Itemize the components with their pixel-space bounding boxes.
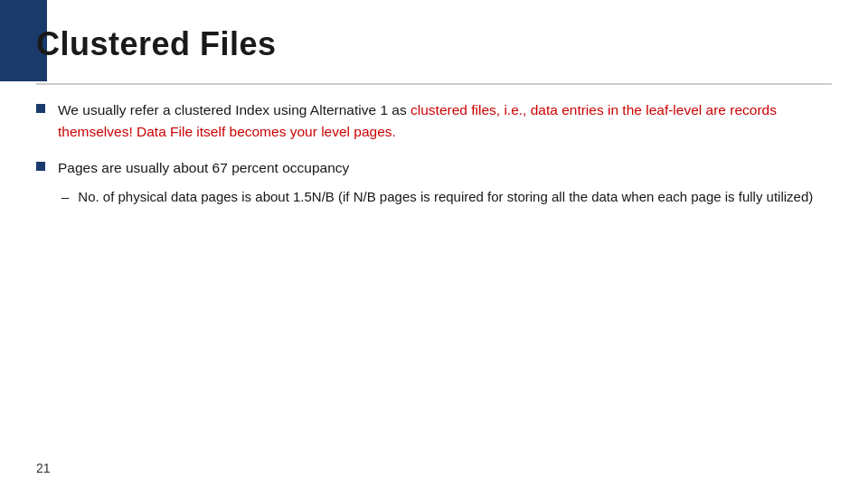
bullet-square-icon — [36, 104, 45, 113]
sub-dash-icon: – — [61, 186, 69, 207]
sub-list-item: – No. of physical data pages is about 1.… — [61, 186, 832, 207]
bullet-square-icon — [36, 162, 45, 171]
bullet-text-1: We usually refer a clustered Index using… — [58, 99, 832, 143]
bullet-text-before-2: Pages are usually about 67 percent occup… — [58, 160, 349, 175]
sub-list: – No. of physical data pages is about 1.… — [58, 186, 832, 207]
bullet-text-before-1: We usually refer a clustered Index using… — [58, 102, 410, 117]
bullet-list: We usually refer a clustered Index using… — [36, 99, 832, 211]
main-content: We usually refer a clustered Index using… — [36, 99, 832, 443]
title-divider — [36, 83, 832, 85]
list-item: We usually refer a clustered Index using… — [36, 99, 832, 143]
bullet-text-2: Pages are usually about 67 percent occup… — [58, 157, 832, 211]
page-number: 21 — [36, 461, 51, 475]
list-item: Pages are usually about 67 percent occup… — [36, 157, 832, 211]
page-title: Clustered Files — [36, 25, 277, 63]
sub-item-text-1: No. of physical data pages is about 1.5N… — [78, 186, 832, 207]
